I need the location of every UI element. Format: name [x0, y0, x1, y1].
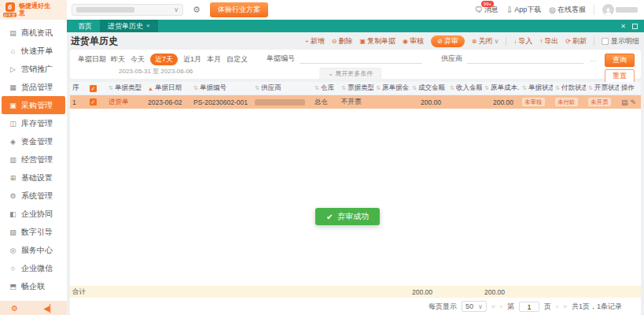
sort-icon[interactable]: ⇅ — [315, 85, 319, 91]
online-service-button[interactable]: ◎ 在线客服 — [549, 5, 586, 15]
first-page-button[interactable]: « — [491, 302, 495, 310]
toolbar-button[interactable]: ◉审核 — [403, 36, 424, 46]
column-header-date[interactable]: ▲单据日期 — [145, 82, 191, 94]
search-button[interactable]: 查询 — [605, 54, 635, 67]
column-header-pay_status[interactable]: ⇅付款状态 — [553, 82, 586, 94]
date-range-value[interactable]: 2023-05-31 至 2023-06-06 — [119, 67, 248, 76]
show-detail-checkbox[interactable]: 显示明细 — [602, 36, 639, 46]
chevron-down-icon: ∨ — [478, 303, 483, 310]
column-header-orig_cost[interactable]: ⇅原单成本... — [482, 82, 520, 94]
settings-gear-icon[interactable]: ⚙ — [11, 304, 18, 313]
sort-icon[interactable]: ⇅ — [484, 85, 489, 91]
tab-active[interactable]: 进货单历史× — [100, 20, 158, 32]
column-header-doc_type[interactable]: ⇅单据类型 — [106, 82, 145, 94]
sort-icon[interactable]: ⇅ — [376, 85, 381, 91]
toolbar: +新增⊖删除▣复制单据◉审核⊘弃审⊗关闭 ∨↓导入↑导出⟳刷新显示明细 — [305, 35, 639, 47]
toolbar-button[interactable]: ⊖删除 — [332, 36, 353, 46]
sidebar-item[interactable]: ◧企业协同 — [0, 205, 67, 223]
next-page-button[interactable]: › — [556, 302, 558, 310]
date-quick-option[interactable]: 自定义 — [226, 54, 248, 65]
sidebar-item-label: 库存管理 — [21, 118, 53, 129]
close-doc-icon: ⊗ — [472, 38, 477, 45]
gear-icon[interactable]: ⚙ — [193, 5, 201, 15]
sidebar-item[interactable]: ⚙系统管理 — [0, 187, 67, 205]
column-header-warehouse[interactable]: ⇅仓库 — [312, 82, 339, 94]
row-checkbox[interactable]: ✓ — [90, 98, 97, 106]
checkbox-icon — [602, 38, 609, 45]
sidebar-item[interactable]: ◈资金管理 — [0, 132, 67, 150]
sort-icon[interactable]: ⇅ — [341, 85, 346, 91]
doc-no-input[interactable] — [300, 54, 422, 64]
app-download-button[interactable]: ⇩ App下载 — [506, 5, 541, 15]
tab-close-icon[interactable]: × — [146, 20, 150, 32]
sidebar-item[interactable]: ▦货品管理 — [0, 78, 67, 96]
sidebar-item-label: 资金管理 — [21, 136, 53, 147]
date-quick-option[interactable]: 近7天 — [150, 54, 178, 65]
sidebar-item[interactable]: ▧数字引导 — [0, 223, 67, 241]
organization-select[interactable]: ∨ — [72, 4, 183, 16]
sort-icon[interactable]: ▲ — [148, 86, 153, 91]
supplier-input[interactable] — [467, 54, 583, 64]
sidebar-item[interactable]: ◎服务中心 — [0, 241, 67, 259]
brand-badge: 好生意 — [3, 13, 17, 17]
toolbar-button[interactable]: ⊗关闭 ∨ — [472, 36, 499, 46]
messages-button[interactable]: 🗨 消息 99+ — [475, 5, 499, 15]
sidebar-item[interactable]: ⬒畅企联 — [0, 277, 67, 295]
sort-icon[interactable]: ⇅ — [255, 85, 259, 91]
reset-button[interactable]: 重置 — [605, 69, 635, 83]
column-header-doc_no[interactable]: ⇅单据编号 — [191, 82, 252, 94]
page-number-input[interactable]: 1 — [519, 302, 539, 312]
doc-type-link[interactable]: 进货单 — [109, 98, 129, 107]
sidebar-item[interactable]: ⌂快速开单 — [0, 42, 67, 60]
column-header-orig_amount[interactable]: ⇅原单据金... — [374, 82, 410, 94]
sidebar-item[interactable]: ⊞基础设置 — [0, 169, 67, 187]
sort-icon[interactable]: ⇅ — [412, 85, 417, 91]
supplier-picker-ellipsis[interactable]: … — [590, 55, 597, 63]
tab-label: 进货单历史 — [108, 20, 143, 32]
column-header-status[interactable]: ⇅单据状态 — [520, 82, 553, 94]
toolbar-button[interactable]: ⟳刷新 — [565, 36, 587, 46]
sidebar-item[interactable]: ◫库存管理 — [0, 114, 67, 132]
column-header-deal_amount[interactable]: ⇅成交金额 — [410, 82, 447, 94]
sidebar-item-label: 营销推广 — [21, 64, 53, 75]
fullscreen-icon[interactable] — [632, 24, 638, 29]
sidebar-item[interactable]: ○企业微信 — [0, 259, 67, 277]
user-account[interactable] — [602, 4, 638, 16]
sort-icon[interactable]: ⇅ — [522, 85, 527, 91]
sort-icon[interactable]: ⇅ — [193, 85, 198, 91]
table-row[interactable]: 1✓进货单2023-06-02PS-20230602-001总仓不开票200.0… — [70, 95, 641, 109]
sort-icon[interactable]: ⇅ — [450, 85, 454, 91]
tab-home[interactable]: 首页 — [70, 20, 100, 32]
column-header-income_amount[interactable]: ⇅收入金额 — [447, 82, 482, 94]
sidebar-item[interactable]: ▷营销推广 — [0, 60, 67, 78]
prev-page-button[interactable]: ‹ — [500, 302, 502, 310]
date-quick-option[interactable]: 昨天 — [111, 54, 125, 65]
collapse-sidebar-icon[interactable]: ◀▏ — [44, 304, 56, 313]
close-all-tabs-icon[interactable]: ✕ — [620, 23, 626, 30]
print-icon[interactable]: ▤ — [621, 98, 628, 106]
column-header-supplier[interactable]: ⇅供应商 — [252, 82, 312, 94]
sidebar-item[interactable]: ▣采购管理 — [2, 96, 65, 114]
sort-icon[interactable]: ⇅ — [109, 85, 113, 91]
goods-icon: ▦ — [9, 83, 17, 91]
more-actions-icon[interactable]: ✎ — [631, 98, 637, 106]
toolbar-button[interactable]: ▣复制单据 — [359, 36, 396, 46]
sidebar-item[interactable]: ▥经营管理 — [0, 150, 67, 169]
expand-more-filters[interactable]: ⌄ 展开更多条件 — [319, 68, 381, 79]
date-quick-option[interactable]: 今天 — [131, 54, 145, 65]
last-page-button[interactable]: » — [563, 302, 567, 310]
sort-icon[interactable]: ⇅ — [588, 85, 593, 91]
trial-industry-button[interactable]: 体验行业方案 — [210, 2, 268, 17]
select-all-checkbox[interactable]: ✓ — [90, 85, 97, 92]
toolbar-button[interactable]: ↓导入 — [513, 36, 532, 46]
date-quick-option[interactable]: 本月 — [207, 54, 221, 65]
column-header-invoice_status[interactable]: ⇅开票状态 — [586, 82, 619, 94]
date-quick-option[interactable]: 近1月 — [183, 54, 201, 65]
toolbar-button[interactable]: ↑导出 — [539, 36, 558, 46]
toolbar-button[interactable]: ⊘弃审 — [431, 35, 465, 47]
toolbar-button[interactable]: +新增 — [305, 36, 325, 46]
per-page-select[interactable]: 50 ∨ — [462, 301, 487, 312]
sidebar-item[interactable]: ▤商机资讯 — [0, 24, 67, 42]
column-header-invoice_type[interactable]: ⇅票据类型 — [339, 82, 374, 94]
sort-icon[interactable]: ⇅ — [555, 85, 560, 91]
